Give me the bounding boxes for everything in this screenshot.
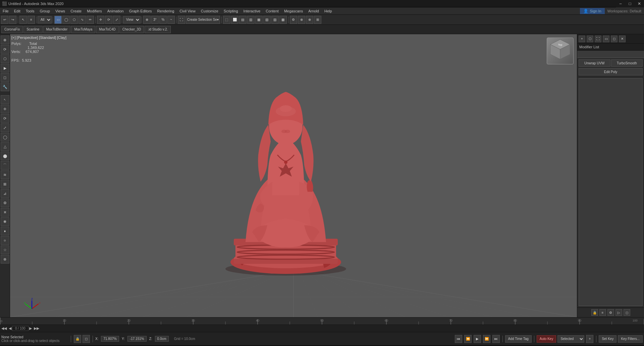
- playback-start-btn[interactable]: ⏮: [455, 335, 462, 343]
- viewport[interactable]: [+] [Perspective] [Standard] [Clay] Poly…: [10, 34, 577, 317]
- maxtoblender-button[interactable]: MaxToBlender: [43, 26, 71, 33]
- select-by-name-button[interactable]: ≡: [28, 16, 35, 24]
- layer-manager-button[interactable]: ⬚: [223, 16, 230, 24]
- playback-next-btn[interactable]: ⏩: [483, 335, 490, 343]
- minimize-button[interactable]: –: [616, 0, 625, 7]
- x-value[interactable]: 71.807%: [101, 336, 119, 342]
- utilities-tab[interactable]: 🔧: [1, 82, 9, 91]
- motion-tab[interactable]: ▶: [1, 64, 9, 72]
- z-value[interactable]: 0.0cm: [155, 336, 169, 342]
- maxtomaya-button[interactable]: MaxToMaya: [71, 26, 95, 33]
- rp-icon3[interactable]: ⛶: [595, 36, 601, 42]
- tool11[interactable]: ⊿: [1, 189, 9, 198]
- percent-snap-button[interactable]: %: [159, 16, 167, 24]
- menu-edit[interactable]: Edit: [11, 7, 23, 15]
- auto-key-btn[interactable]: Auto Key: [537, 335, 556, 343]
- select-similar-button[interactable]: ▤: [239, 16, 247, 24]
- selected-dropdown[interactable]: Selected: [557, 335, 584, 343]
- scene-explorer-button[interactable]: ⬜: [231, 16, 238, 24]
- rp-icon4[interactable]: ▭: [603, 36, 609, 42]
- circle-select-button[interactable]: ◯: [62, 16, 70, 24]
- tool17[interactable]: ☆: [1, 245, 9, 254]
- extra1-button[interactable]: ⚙: [290, 16, 297, 24]
- menu-file[interactable]: File: [0, 7, 11, 15]
- playback-play-btn[interactable]: ▶: [474, 335, 481, 343]
- menu-modifiers[interactable]: Modifiers: [84, 7, 105, 15]
- menu-civil-view[interactable]: Civil View: [177, 7, 198, 15]
- scanline-button[interactable]: Scanline: [23, 26, 42, 33]
- menu-scripting[interactable]: Scripting: [221, 7, 241, 15]
- extra4-button[interactable]: ⊞: [314, 16, 321, 24]
- spinner-snap-button[interactable]: ~: [167, 16, 175, 24]
- mirror-button[interactable]: ⛶: [178, 16, 185, 24]
- sign-in-button[interactable]: 👤 Sign In: [580, 8, 604, 14]
- title-bar-controls[interactable]: – □ ✕: [616, 0, 644, 7]
- rect-select-button[interactable]: ▭: [54, 16, 62, 24]
- snap-toggle-button[interactable]: ⊕: [143, 16, 151, 24]
- timeline-end-btn[interactable]: ▶▶: [33, 326, 41, 331]
- render-setup-button[interactable]: ▨: [271, 16, 279, 24]
- tool15[interactable]: ♦: [1, 227, 9, 235]
- menu-arnold[interactable]: Arnold: [306, 7, 322, 15]
- close-button[interactable]: ✕: [635, 0, 644, 7]
- display-tab[interactable]: ◻: [1, 73, 9, 82]
- menu-customize[interactable]: Customize: [198, 7, 221, 15]
- tool12[interactable]: ⚙: [1, 198, 9, 207]
- menu-graph-editors[interactable]: Graph Editors: [126, 7, 155, 15]
- timeline-prev-btn[interactable]: ◀: [8, 326, 12, 331]
- add-time-tag-btn[interactable]: Add Time Tag: [505, 335, 532, 343]
- plus-btn[interactable]: +: [586, 335, 593, 343]
- tool8[interactable]: ⌒: [1, 161, 9, 170]
- tool10[interactable]: ⊞: [1, 180, 9, 188]
- playback-end-btn[interactable]: ⏭: [492, 335, 500, 343]
- timeline-next-btn[interactable]: ▶: [29, 326, 33, 331]
- menu-content[interactable]: Content: [263, 7, 281, 15]
- menu-megascans[interactable]: Megascans: [281, 7, 306, 15]
- scale-button[interactable]: ⤢: [113, 16, 120, 24]
- idstudio-button[interactable]: .id Studio v.2.: [145, 26, 171, 33]
- maxtoc4d-button[interactable]: MaxToC4D: [96, 26, 118, 33]
- tool16[interactable]: ⊙: [1, 236, 9, 245]
- menu-tools[interactable]: Tools: [23, 7, 37, 15]
- menu-create[interactable]: Create: [68, 7, 84, 15]
- angle-snap-button[interactable]: 3°: [151, 16, 159, 24]
- undo-button[interactable]: ↩: [1, 16, 8, 24]
- tool4[interactable]: ⤢: [1, 123, 9, 132]
- rp-icon6[interactable]: ✕: [619, 36, 626, 42]
- unwrap-uvw-button[interactable]: Unwrap UVW: [579, 59, 610, 67]
- tool2[interactable]: ✛: [1, 105, 9, 113]
- select-filter-dropdown[interactable]: All: [38, 16, 52, 23]
- menu-animation[interactable]: Animation: [105, 7, 126, 15]
- modify-tab[interactable]: ⟳: [1, 45, 9, 54]
- menu-group[interactable]: Group: [37, 7, 53, 15]
- tool14[interactable]: ❋: [1, 217, 9, 226]
- rp-icon2[interactable]: ⬡: [587, 36, 593, 42]
- menu-rendering[interactable]: Rendering: [155, 7, 177, 15]
- rp-bottom1[interactable]: 🔒: [591, 309, 598, 316]
- viewport-lock-btn[interactable]: 🔒: [74, 335, 81, 343]
- redo-button[interactable]: ↪: [9, 16, 16, 24]
- navigation-cube[interactable]: Top: [547, 38, 574, 64]
- align-button[interactable]: Create Selection Se▾: [186, 16, 220, 24]
- material-editor-button[interactable]: ▧: [263, 16, 271, 24]
- lasso-select-button[interactable]: ∿: [78, 16, 86, 24]
- tool7[interactable]: ⬤: [1, 152, 9, 160]
- timeline-start-btn[interactable]: ◀◀: [0, 326, 8, 331]
- maximize-button[interactable]: □: [625, 0, 635, 7]
- rotate-button[interactable]: ⟳: [105, 16, 112, 24]
- schematic-view-button[interactable]: ▦: [255, 16, 263, 24]
- rp-icon5[interactable]: ◻: [611, 36, 618, 42]
- menu-help[interactable]: Help: [322, 7, 335, 15]
- fence-select-button[interactable]: ⬠: [70, 16, 78, 24]
- extra3-button[interactable]: ⊕: [306, 16, 313, 24]
- tool1[interactable]: ↖: [1, 95, 9, 104]
- turbosmooth-button[interactable]: TurboSmooth: [611, 59, 643, 67]
- viewport-select-btn[interactable]: ◻: [83, 335, 90, 343]
- menu-interactive[interactable]: Interactive: [241, 7, 263, 15]
- tool6[interactable]: △: [1, 142, 9, 151]
- checker3d-button[interactable]: Checker_3D: [119, 26, 144, 33]
- key-filters-btn[interactable]: Key Filters...: [618, 335, 643, 343]
- rp-bottom5[interactable]: ◻: [624, 309, 630, 316]
- rp-bottom2[interactable]: ≡: [599, 309, 606, 316]
- tool5[interactable]: ◯: [1, 133, 9, 141]
